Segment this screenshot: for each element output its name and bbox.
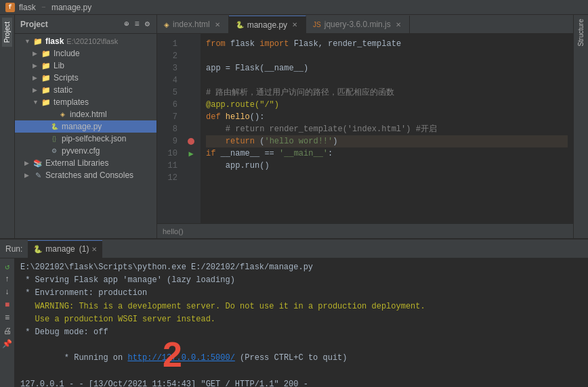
py-file-icon: 🐍 (49, 122, 60, 131)
tree-item-root[interactable]: ▼ 📁 flask E:\202102\flask (15, 35, 156, 47)
py-tab-icon: 🐍 (236, 21, 244, 28)
tree-item-pyvenv[interactable]: ⚙ pyvenv.cfg (15, 145, 156, 157)
run-btn-down[interactable]: ↓ (2, 287, 13, 298)
folder-icon-root: 📁 (33, 37, 43, 46)
code-line-12 (206, 172, 568, 184)
tree-item-pip[interactable]: {} pip-selfcheck.json (15, 133, 156, 145)
tree-item-managepy[interactable]: 🐍 manage.py (15, 120, 156, 133)
tree-item-lib[interactable]: ▶ 📁 Lib (15, 60, 156, 72)
folder-icon-templates: 📁 (41, 97, 51, 107)
tree-label-pip: pip-selfcheck.json (62, 134, 126, 143)
tree-label-scratches: Scratches and Consoles (45, 170, 133, 180)
run-btn-pin[interactable]: 📌 (2, 338, 13, 349)
arrow-templates: ▼ (33, 99, 41, 106)
run-bar: Run: 🐍 manage (1) ✕ (0, 240, 588, 258)
run-btn-up[interactable]: ↑ (2, 274, 13, 285)
tree-item-indexhtml[interactable]: ◈ index.html (15, 108, 156, 120)
folder-icon-scripts: 📁 (41, 73, 51, 83)
code-editor: 1 2 3 4 5 6 7 8 9 10 11 12 (157, 34, 573, 223)
extlibs-icon: 📚 (33, 158, 43, 168)
arrow-static: ▶ (33, 87, 41, 93)
run-btn-rerun[interactable]: ↺ (2, 261, 13, 272)
code-line-9: return ('hello word!!') (206, 135, 568, 147)
console-line-1: * Serving Flask app 'manage' (lazy loadi… (20, 274, 583, 287)
arrow-extlibs: ▶ (24, 160, 33, 166)
breadcrumb-hello[interactable]: hello() (163, 227, 184, 235)
tree-label-include: Include (54, 49, 80, 58)
run-tab[interactable]: 🐍 manage (1) ✕ (28, 240, 102, 258)
run-tab-label: manage (45, 244, 75, 254)
main-area: Project Project ⊕ ≡ ⚙ ▼ 📁 flask E:\20210… (0, 15, 588, 238)
arrow-scratches: ▶ (24, 172, 33, 179)
run-btn-stop[interactable]: ■ (2, 300, 13, 311)
tree-label-root: flask (45, 37, 64, 46)
console-url[interactable]: http://127.0.0.1:5000/ (127, 353, 234, 363)
tab-label-jquery: jquery-3.6.0.min.js (324, 20, 391, 29)
tree-item-extlibs[interactable]: ▶ 📚 External Libraries (15, 157, 156, 169)
code-content[interactable]: from flask import Flask, render_template… (201, 34, 573, 223)
scratches-icon: ✎ (33, 170, 43, 180)
breakpoint-dot (188, 138, 194, 145)
title-bar: f flask – manage.py (0, 0, 588, 15)
tab-close-manage[interactable]: ✕ (291, 20, 299, 29)
panel-icon-settings[interactable]: ⚙ (144, 18, 151, 30)
breakpoint-line9 (182, 135, 201, 147)
code-line-10: if __name__ == '__main__': (206, 147, 568, 160)
tree-label-lib: Lib (54, 61, 64, 70)
folder-icon-include: 📁 (41, 49, 51, 58)
arrow-scripts: ▶ (33, 74, 41, 81)
code-line-6: @app.route("/") (206, 99, 568, 111)
app-name: flask (19, 3, 36, 12)
panel-title: Project (20, 20, 48, 29)
run-toolbar: ↺ ↑ ↓ ■ ≡ 🖨 📌 (0, 258, 15, 387)
left-stripe: Project (0, 15, 15, 238)
breadcrumb-bar: hello() (157, 223, 573, 238)
tree-item-include[interactable]: ▶ 📁 Include (15, 47, 156, 60)
panel-icon-new[interactable]: ⊕ (123, 18, 130, 30)
code-line-5: # 路由解析，通过用户访问的路径，匹配相应的函数 (206, 87, 568, 99)
arrow-root: ▼ (24, 38, 33, 45)
gutter: ▶ (182, 34, 201, 223)
right-stripe: Structure (573, 15, 588, 238)
arrow-lib: ▶ (33, 62, 41, 69)
folder-icon-lib: 📁 (41, 61, 51, 70)
run-tab-icon: 🐍 (33, 245, 43, 254)
run-btn-wrap[interactable]: ≡ (2, 313, 13, 323)
tab-close-index[interactable]: ✕ (213, 20, 222, 29)
js-tab-icon: JS (313, 21, 321, 28)
tab-manage-py[interactable]: 🐍 manage.py ✕ (229, 16, 306, 33)
run-tab-close[interactable]: ✕ (91, 246, 97, 253)
panel-header: Project ⊕ ≡ ⚙ (15, 15, 156, 34)
panel-icons: ⊕ ≡ ⚙ (123, 18, 151, 30)
tree-item-scratches[interactable]: ▶ ✎ Scratches and Consoles (15, 169, 156, 181)
tree-item-static[interactable]: ▶ 📁 static (15, 84, 156, 96)
sidebar-item-project[interactable]: Project (2, 18, 12, 47)
sidebar-item-structure[interactable]: Structure (576, 15, 586, 51)
console-line-7: 127.0.0.1 - - [13/Oct/2021 11:54:43] "GE… (20, 378, 583, 387)
title-file: manage.py (51, 3, 91, 12)
json-file-icon: {} (49, 134, 60, 143)
tree-label-extlibs: External Libraries (45, 158, 108, 168)
tree-item-templates[interactable]: ▼ 📁 templates (15, 96, 156, 108)
console-output[interactable]: E:\202102\flask\Scripts\python.exe E:/20… (15, 258, 588, 387)
console-line-2: * Environment: production (20, 287, 583, 300)
panel-icon-collapse[interactable]: ≡ (133, 19, 141, 30)
console-line-3: WARNING: This is a development server. D… (20, 300, 583, 313)
tree-path-root: E:\202102\flask (66, 37, 118, 45)
tab-label-manage: manage.py (247, 20, 287, 30)
cfg-file-icon: ⚙ (49, 146, 60, 156)
project-panel: Project ⊕ ≡ ⚙ ▼ 📁 flask E:\202102\flask … (15, 15, 157, 238)
folder-icon-static: 📁 (41, 85, 51, 95)
run-btn-print[interactable]: 🖨 (2, 325, 13, 336)
tab-jquery[interactable]: JS jquery-3.6.0.min.js ✕ (306, 16, 410, 33)
run-arrow-icon: ▶ (188, 149, 193, 159)
tree-label-static: static (54, 85, 72, 95)
tab-close-jquery[interactable]: ✕ (394, 20, 402, 29)
tree-item-scripts[interactable]: ▶ 📁 Scripts (15, 72, 156, 84)
bottom-area: Run: 🐍 manage (1) ✕ ↺ ↑ ↓ ■ ≡ 🖨 📌 E:\202… (0, 238, 588, 387)
tree-label-templates: templates (54, 97, 89, 107)
tab-label-index: index.html (173, 20, 210, 29)
arrow-include: ▶ (33, 50, 41, 57)
tab-index-html[interactable]: ◈ index.html ✕ (157, 16, 229, 33)
code-line-11: app.run() (206, 160, 568, 172)
